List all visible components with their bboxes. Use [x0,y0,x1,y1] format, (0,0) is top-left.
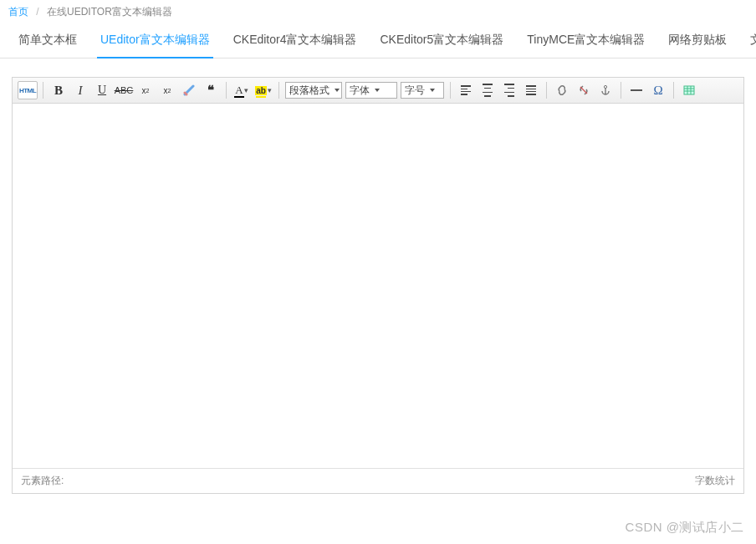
editor-footer: 元素路径: 字数统计 [13,468,743,493]
editor-toolbar: HTML B I U ABC x2 x2 ❝ A▾ ab▾ 段落格式 字体 字号 [13,78,743,104]
tabs: 简单文本框 UEditor富文本编辑器 CKEditor4富文本编辑器 CKEd… [0,24,756,58]
breadcrumb-current: 在线UEDITOR富文本编辑器 [47,6,172,18]
italic-button[interactable]: I [70,81,90,99]
toolbar-separator [450,82,451,99]
breadcrumb: 首页 / 在线UEDITOR富文本编辑器 [0,0,756,24]
toolbar-separator [673,82,674,99]
bold-button[interactable]: B [49,81,69,99]
remove-format-button[interactable] [179,81,199,99]
breadcrumb-home[interactable]: 首页 [8,6,28,18]
toolbar-separator [278,82,279,99]
tab-tinymce[interactable]: TinyMCE富文本编辑器 [515,24,656,58]
link-button[interactable] [552,81,572,99]
fontsize-label: 字号 [405,84,425,98]
backcolor-button[interactable]: ab▾ [253,81,273,99]
horizontal-rule-button[interactable] [626,81,646,99]
ueditor-container: HTML B I U ABC x2 x2 ❝ A▾ ab▾ 段落格式 字体 字号 [12,77,744,494]
tab-ckeditor4[interactable]: CKEditor4富文本编辑器 [222,24,369,58]
underline-button[interactable]: U [92,81,112,99]
tab-ueditor[interactable]: UEditor富文本编辑器 [89,24,222,58]
tab-simple-text[interactable]: 简单文本框 [7,24,89,58]
forecolor-button[interactable]: A▾ [232,81,252,99]
source-button[interactable]: HTML [18,81,38,99]
insert-table-button[interactable] [679,81,699,99]
tab-clipboard[interactable]: 网络剪贴板 [656,24,738,58]
special-char-button[interactable]: Ω [648,81,668,99]
paragraph-select[interactable]: 段落格式 [285,82,342,99]
tab-textpai[interactable]: 文本派-极 [738,24,756,58]
align-left-button[interactable] [456,81,476,99]
svg-rect-1 [684,86,694,94]
fontfamily-select[interactable]: 字体 [345,82,397,99]
anchor-button[interactable] [595,81,616,99]
align-center-button[interactable] [478,81,498,99]
word-count-label[interactable]: 字数统计 [695,474,735,488]
fontfamily-label: 字体 [350,84,370,98]
element-path-label: 元素路径: [21,474,64,488]
blockquote-button[interactable]: ❝ [201,81,221,99]
strikethrough-button[interactable]: ABC [114,81,134,99]
superscript-button[interactable]: x2 [135,81,156,99]
fontsize-select[interactable]: 字号 [401,82,444,99]
align-justify-button[interactable] [521,81,541,99]
toolbar-separator [621,82,621,99]
toolbar-separator [226,82,227,99]
toolbar-separator [43,82,43,99]
align-right-button[interactable] [499,81,519,99]
paragraph-label: 段落格式 [289,84,329,98]
toolbar-separator [546,82,547,99]
subscript-button[interactable]: x2 [157,81,177,99]
breadcrumb-separator: / [36,6,38,18]
editor-body[interactable] [13,104,743,468]
unlink-button[interactable] [574,81,594,99]
tab-ckeditor5[interactable]: CKEditor5富文本编辑器 [369,24,516,58]
